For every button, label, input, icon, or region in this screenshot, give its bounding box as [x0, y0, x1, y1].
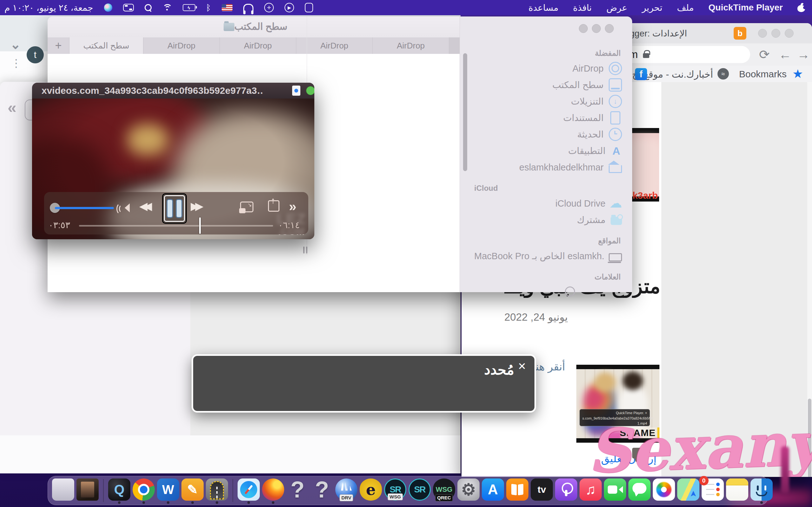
- downloads-stack-icon[interactable]: [77, 478, 99, 501]
- menu-edit[interactable]: تحرير: [642, 3, 663, 13]
- tunnelblick-icon[interactable]: [206, 478, 228, 501]
- firefox-icon[interactable]: [262, 478, 284, 501]
- document-proxy-icon[interactable]: [292, 86, 300, 96]
- app-menu-title[interactable]: QuickTime Player: [709, 3, 783, 13]
- picture-in-picture-icon[interactable]: [240, 202, 253, 212]
- menu-help[interactable]: مساعدة: [528, 3, 559, 13]
- trash-icon[interactable]: [52, 478, 74, 501]
- dock-item-trash[interactable]: [52, 478, 74, 504]
- photos-icon[interactable]: [653, 478, 675, 501]
- close-window-button[interactable]: [579, 24, 588, 33]
- unknown-app-1-icon[interactable]: ?: [287, 478, 309, 501]
- scrubber-track[interactable]: [79, 225, 273, 227]
- zoom-window-button[interactable]: [785, 29, 794, 38]
- dock-item-podcasts[interactable]: [555, 478, 577, 504]
- dock-item-system-preferences[interactable]: ⚙: [457, 478, 480, 504]
- dock-item-downloads-stack[interactable]: [76, 478, 99, 504]
- sidebar-item-shared-folder[interactable]: مشترك: [474, 212, 623, 228]
- sr-app-wsg-icon[interactable]: SRWSG: [384, 478, 406, 501]
- dock-item-word[interactable]: W: [157, 478, 180, 504]
- sidebar-item-applications[interactable]: Aالتطبيقات: [474, 143, 623, 159]
- dock-item-reminders[interactable]: 0: [701, 478, 724, 504]
- headphones-icon[interactable]: [243, 0, 253, 15]
- sidebar-item-desktop[interactable]: سطح المكتب: [474, 77, 623, 93]
- dock-item-finder[interactable]: [750, 478, 773, 504]
- music-icon[interactable]: ♫: [579, 478, 602, 501]
- finder-tab-desktop[interactable]: سطح المكتب: [69, 38, 143, 54]
- close-window-button[interactable]: [758, 29, 767, 38]
- battery-icon[interactable]: ϟ: [183, 0, 195, 15]
- kebab-menu-icon[interactable]: ⋮: [11, 60, 21, 66]
- finder-tab-airdrop-4[interactable]: AirDrop: [373, 38, 449, 54]
- dock-item-firefox[interactable]: [262, 478, 285, 504]
- apple-tv-icon[interactable]: tv: [531, 478, 553, 501]
- finder-tab-airdrop-2[interactable]: AirDrop: [220, 38, 296, 54]
- bookmark-star-icon[interactable]: ★: [792, 67, 803, 81]
- back-button[interactable]: ←: [779, 46, 792, 63]
- siri-icon[interactable]: [104, 0, 112, 15]
- media-play-icon[interactable]: ▶: [285, 0, 294, 15]
- facetime-icon[interactable]: [604, 478, 626, 501]
- maps-icon[interactable]: [677, 478, 699, 501]
- dock-item-maps[interactable]: [677, 478, 700, 504]
- chevron-down-icon[interactable]: ⌄: [10, 38, 21, 51]
- clock[interactable]: جمعة، ٢٤ يونيو، ١٠:٢٠ م: [4, 3, 93, 13]
- zoom-window-button[interactable]: [605, 24, 614, 33]
- messages-icon[interactable]: [628, 478, 651, 501]
- control-center-icon[interactable]: [123, 0, 134, 15]
- menu-window[interactable]: نافذة: [573, 3, 592, 13]
- dock-item-facetime[interactable]: [604, 478, 626, 504]
- system-preferences-icon[interactable]: ⚙: [457, 478, 479, 501]
- reload-button[interactable]: ⟳: [759, 46, 770, 63]
- finder-title-bar[interactable]: سطح المكتب: [48, 16, 460, 38]
- facebook-icon[interactable]: f: [635, 68, 647, 80]
- sidebar-item-airdrop[interactable]: AirDrop: [474, 60, 623, 77]
- browser-tab[interactable]: gger: الإعدادات: [629, 28, 728, 39]
- sidebar-item-cloud[interactable]: ☁iCloud Drive: [474, 195, 623, 212]
- bluetooth-icon[interactable]: ᛒ: [206, 0, 211, 15]
- dock-item-pages[interactable]: ✎: [181, 478, 204, 504]
- sr-app-icon[interactable]: SR: [409, 478, 431, 501]
- dock-item-apple-tv[interactable]: tv: [530, 478, 553, 504]
- close-icon[interactable]: ✕: [518, 360, 526, 372]
- finder-tab-airdrop-1[interactable]: AirDrop: [143, 38, 220, 54]
- minimize-window-button[interactable]: [771, 29, 780, 38]
- post-thumbnail-video[interactable]: QuickTime Player. × s.com_9ef916ba3e4a0a…: [576, 365, 659, 443]
- word-icon[interactable]: W: [157, 478, 179, 501]
- books-icon[interactable]: [506, 478, 528, 501]
- share-icon[interactable]: [268, 200, 280, 212]
- dock-item-unknown-app-1[interactable]: ?: [286, 478, 309, 504]
- zoom-window-button[interactable]: [306, 86, 314, 95]
- dock-item-unknown-app-2[interactable]: ?: [310, 478, 334, 504]
- dock-item-sr-app-wsg[interactable]: SRWSG: [384, 478, 407, 504]
- speaker-icon[interactable]: [116, 203, 131, 213]
- wifi-icon[interactable]: [162, 0, 172, 15]
- pages-icon[interactable]: ✎: [182, 478, 204, 501]
- dock-item-quicktime[interactable]: Q: [108, 478, 131, 504]
- quicktime-icon[interactable]: Q: [108, 478, 131, 501]
- dock-item-app-store[interactable]: A: [481, 478, 504, 504]
- dock-item-safari[interactable]: [237, 478, 260, 504]
- fast-forward-button[interactable]: ▶▶: [191, 200, 200, 212]
- dock-item-wsg-qrec-app[interactable]: WSGQREC: [433, 478, 455, 504]
- dock-item-photos[interactable]: [653, 478, 675, 504]
- dock-item-notes[interactable]: [726, 478, 749, 504]
- add-tab-button[interactable]: +: [48, 38, 69, 54]
- podcasts-icon[interactable]: [555, 478, 577, 501]
- dock-item-emotion-app[interactable]: e: [359, 478, 382, 504]
- playhead[interactable]: [199, 217, 201, 234]
- avatar[interactable]: t: [27, 46, 44, 63]
- dock-item-tunnelblick[interactable]: [206, 478, 229, 504]
- apple-menu-icon[interactable]: [798, 0, 805, 15]
- accessibility-icon[interactable]: ✛: [264, 0, 274, 15]
- finder-tab-airdrop-3[interactable]: AirDrop: [296, 38, 373, 54]
- minimize-window-button[interactable]: [592, 24, 601, 33]
- dock-item-sr-app[interactable]: SR: [408, 478, 431, 504]
- unknown-app-2-icon[interactable]: ?: [311, 478, 333, 501]
- chrome-icon[interactable]: [133, 478, 155, 501]
- tag-circle-icon[interactable]: [565, 286, 575, 297]
- collapse-icon[interactable]: «: [8, 100, 16, 115]
- pause-button[interactable]: [162, 193, 187, 224]
- spotlight-icon[interactable]: [145, 0, 152, 15]
- column-resize-handle[interactable]: [303, 246, 310, 253]
